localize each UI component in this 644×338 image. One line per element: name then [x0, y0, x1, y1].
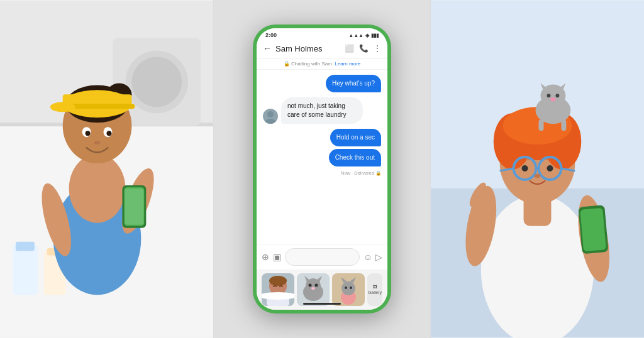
gallery-thumb-2[interactable] [297, 273, 330, 306]
avatar [263, 109, 278, 124]
message-row-1: Hey what's up? [263, 75, 381, 92]
svg-rect-29 [125, 188, 143, 225]
svg-rect-83 [580, 208, 606, 252]
right-panel [430, 0, 644, 338]
bubble-sent-3: Check this out [329, 149, 381, 166]
rcs-text: 🔒 Chatting with Sam. [284, 61, 333, 67]
bubble-received-1: not much, just taking care of some laund… [281, 97, 363, 124]
gallery-icon: 🖼 [373, 285, 377, 289]
phone-inner: 2:00 ▲▲▲ ◈ ▮▮▮ ← Sam Holmes ⬜ 📞 ⋮ [257, 28, 387, 310]
time-display: 2:00 [265, 32, 277, 38]
learn-more-link[interactable]: Learn more [335, 61, 360, 67]
home-indicator [303, 303, 341, 305]
gallery-thumb-1[interactable] [262, 273, 294, 306]
svg-rect-72 [538, 119, 543, 131]
header-icons: ⬜ 📞 ⋮ [345, 44, 381, 53]
message-row-4: Check this out [329, 149, 381, 166]
svg-point-48 [341, 281, 355, 295]
svg-point-45 [311, 287, 315, 290]
battery-icon: ▮▮▮ [371, 33, 379, 38]
phone-call-icon[interactable]: 📞 [359, 44, 369, 53]
message-input[interactable] [285, 248, 360, 266]
chat-area: Hey what's up? not much, just taking car… [257, 70, 387, 244]
video-call-icon[interactable]: ⬜ [345, 44, 354, 53]
svg-point-77 [547, 94, 550, 97]
left-panel [0, 0, 214, 338]
svg-point-24 [86, 131, 91, 136]
message-row-2: not much, just taking care of some laund… [263, 97, 381, 124]
svg-point-44 [315, 284, 318, 287]
message-row-3: Hold on a sec [330, 129, 381, 146]
image-attach-icon[interactable]: ▣ [273, 252, 281, 262]
back-button[interactable]: ← [263, 43, 272, 53]
bubble-sent-1: Hey what's up? [326, 75, 381, 92]
bubble-sent-2: Hold on a sec [330, 129, 381, 146]
svg-point-70 [535, 174, 541, 178]
sent-group: Hold on a sec Check this out Now · Deliv… [263, 129, 381, 176]
chat-header: ← Sam Holmes ⬜ 📞 ⋮ [257, 40, 387, 59]
scene: 2:00 ▲▲▲ ◈ ▮▮▮ ← Sam Holmes ⬜ 📞 ⋮ [0, 0, 644, 338]
gallery-text: Gallery [368, 290, 382, 295]
svg-point-21 [50, 102, 75, 112]
phone: 2:00 ▲▲▲ ◈ ▮▮▮ ← Sam Holmes ⬜ 📞 ⋮ [253, 25, 391, 313]
svg-rect-7 [13, 245, 38, 295]
svg-point-78 [555, 94, 559, 97]
svg-point-69 [547, 165, 553, 172]
gallery-label[interactable]: 🖼 Gallery [367, 273, 382, 306]
svg-point-43 [309, 284, 312, 287]
svg-point-6 [131, 57, 182, 107]
svg-point-35 [269, 276, 287, 286]
message-timestamp: Now · Delivered 🔒 [341, 170, 381, 176]
svg-point-51 [345, 286, 347, 289]
svg-point-26 [94, 141, 101, 144]
svg-rect-8 [16, 242, 35, 251]
rcs-bar: 🔒 Chatting with Sam. Learn more [257, 59, 387, 70]
svg-rect-73 [561, 119, 566, 131]
svg-point-37 [262, 292, 294, 300]
contact-name: Sam Holmes [275, 44, 341, 53]
send-icon-bar: ☺ ▷ [364, 252, 382, 262]
svg-point-25 [107, 131, 112, 136]
signal-icon: ▲▲▲ [348, 33, 364, 38]
status-icons: ▲▲▲ ◈ ▮▮▮ [348, 33, 379, 38]
send-icon[interactable]: ▷ [375, 252, 382, 262]
svg-point-12 [69, 154, 126, 223]
svg-point-31 [267, 111, 274, 117]
input-bar: ⊕ ▣ ☺ ▷ [257, 244, 387, 270]
more-options-icon[interactable]: ⋮ [374, 44, 381, 53]
add-attachment-icon[interactable]: ⊕ [262, 252, 269, 262]
input-bar-icons: ⊕ ▣ [262, 252, 281, 262]
svg-point-79 [550, 97, 555, 101]
emoji-icon[interactable]: ☺ [364, 252, 372, 262]
gallery-thumb-3[interactable] [332, 273, 365, 306]
center-container: 2:00 ▲▲▲ ◈ ▮▮▮ ← Sam Holmes ⬜ 📞 ⋮ [214, 0, 430, 338]
svg-point-52 [350, 286, 352, 289]
svg-point-68 [522, 165, 528, 172]
wifi-icon: ◈ [365, 33, 369, 38]
status-bar: 2:00 ▲▲▲ ◈ ▮▮▮ [257, 28, 387, 40]
